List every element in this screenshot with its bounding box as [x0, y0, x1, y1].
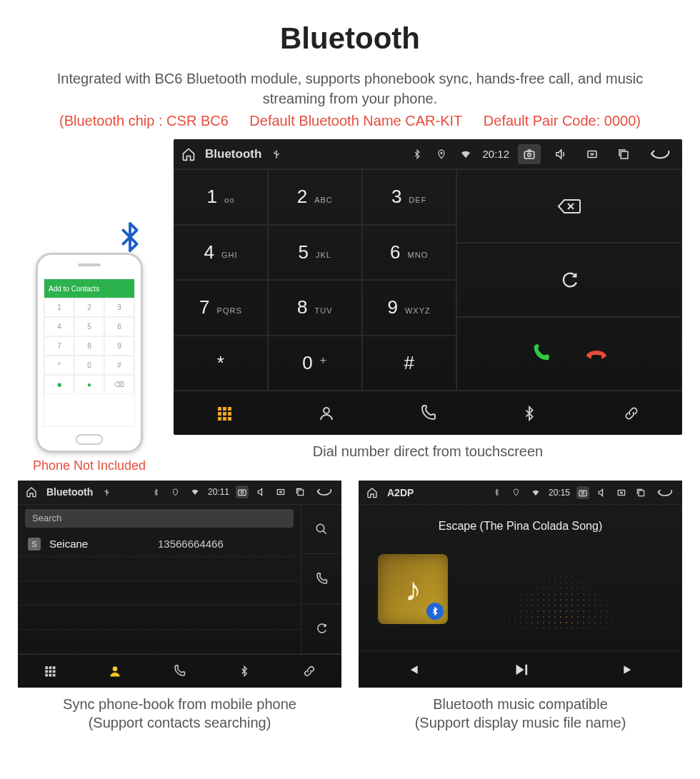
side-sync-icon[interactable] [301, 604, 341, 654]
svg-rect-4 [621, 151, 628, 159]
tab-bluetooth-icon[interactable] [479, 391, 580, 435]
home-icon[interactable] [366, 486, 379, 499]
hangup-button[interactable] [585, 343, 608, 363]
tab-contacts[interactable] [83, 655, 148, 688]
bluetooth-status-icon [491, 486, 504, 499]
bluetooth-icon [114, 221, 146, 253]
close-app-button[interactable] [274, 486, 287, 498]
empty-row [18, 630, 301, 654]
key-4[interactable]: 4GHI [174, 225, 268, 281]
tab-contacts[interactable] [275, 391, 376, 435]
recent-apps-button[interactable] [634, 486, 647, 499]
volume-button[interactable] [549, 144, 572, 164]
svg-rect-9 [223, 412, 226, 416]
next-track-button[interactable] [574, 651, 682, 688]
key-7[interactable]: 7PQRS [174, 280, 268, 336]
contact-name: Seicane [49, 538, 149, 550]
recent-apps-button[interactable] [612, 144, 635, 164]
volume-button[interactable] [255, 486, 268, 498]
usb-icon [100, 486, 113, 498]
dialer-screen: Bluetooth 20:12 [174, 139, 682, 435]
bottom-tabs [174, 391, 682, 435]
key-8[interactable]: 8TUV [268, 280, 362, 336]
backspace-button[interactable] [456, 169, 682, 243]
call-button[interactable] [531, 343, 551, 363]
search-input[interactable]: Search [25, 509, 294, 528]
close-app-button[interactable] [581, 144, 604, 164]
tab-keypad[interactable] [174, 391, 275, 435]
contact-number: 13566664466 [158, 538, 224, 550]
location-icon [169, 486, 182, 498]
screenshot-button[interactable] [236, 486, 249, 498]
side-search-icon[interactable] [301, 505, 341, 555]
phone-mockup: Add to Contacts 1 2 3 4 5 6 7 8 9 * 0 # [36, 253, 143, 453]
key-star[interactable]: * [174, 336, 268, 391]
bluetooth-status-icon [150, 486, 163, 498]
screenshot-button[interactable] [576, 486, 589, 499]
mini-key: 8 [74, 336, 104, 356]
key-9[interactable]: 9WXYZ [362, 280, 456, 336]
svg-rect-28 [53, 674, 56, 677]
svg-rect-22 [53, 666, 56, 669]
contact-row[interactable]: S Seicane 13566664466 [18, 532, 301, 557]
mini-key: 6 [104, 317, 134, 336]
back-button[interactable] [313, 486, 334, 498]
screenshot-button[interactable] [518, 144, 541, 164]
location-icon [510, 486, 523, 499]
key-6[interactable]: 6MNO [362, 225, 456, 281]
svg-rect-12 [223, 417, 226, 421]
svg-rect-8 [218, 412, 221, 416]
recent-apps-button[interactable] [294, 486, 306, 498]
statusbar: Bluetooth 20:11 [18, 481, 341, 505]
play-pause-button[interactable] [466, 651, 574, 688]
usb-icon [269, 146, 284, 162]
dialer-caption: Dial number direct from touchscreen [174, 442, 682, 461]
clock: 20:11 [208, 487, 229, 497]
key-2[interactable]: 2ABC [268, 169, 362, 225]
tab-bluetooth-icon[interactable] [212, 655, 277, 688]
home-icon[interactable] [181, 146, 196, 162]
tab-pair-icon[interactable] [276, 655, 341, 688]
key-3[interactable]: 3DEF [362, 169, 456, 225]
empty-row [18, 605, 301, 630]
phone-not-included-label: Phone Not Included [18, 458, 161, 473]
svg-point-0 [441, 152, 442, 154]
svg-rect-15 [239, 490, 246, 496]
key-0[interactable]: 0+ [268, 336, 362, 391]
tab-pair-icon[interactable] [581, 391, 682, 435]
album-art: ♪ [378, 554, 448, 624]
svg-point-16 [241, 491, 244, 494]
spec-default-name: Default Bluetooth Name CAR-KIT [249, 113, 462, 129]
swap-audio-button[interactable] [456, 243, 682, 316]
contacts-screen: Bluetooth 20:11 [18, 481, 341, 688]
key-5[interactable]: 5JKL [268, 225, 362, 281]
phone-topbar: Add to Contacts [44, 279, 134, 298]
tab-history-icon[interactable] [147, 655, 212, 688]
app-title: A2DP [387, 487, 414, 498]
side-call-icon[interactable] [301, 554, 341, 604]
back-button[interactable] [644, 144, 675, 164]
keypad: 1oo 2ABC 3DEF 4GHI 5JKL 6MNO 7PQRS 8TUV … [174, 169, 456, 391]
app-title: Bluetooth [205, 147, 261, 161]
volume-button[interactable] [596, 486, 609, 499]
bottom-tabs [18, 654, 341, 688]
close-app-button[interactable] [615, 486, 628, 499]
mini-key: 3 [104, 298, 134, 317]
svg-rect-25 [53, 670, 56, 673]
prev-track-button[interactable] [359, 651, 466, 688]
bluetooth-status-icon [409, 146, 425, 162]
svg-rect-23 [46, 670, 49, 673]
mini-key: ■ [44, 375, 74, 394]
home-icon[interactable] [25, 486, 38, 498]
track-title: Escape (The Pina Colada Song) [439, 520, 602, 533]
spec-pair-code: Default Pair Code: 0000) [484, 113, 641, 129]
bluetooth-specs: (Bluetooth chip : CSR BC6 Default Blueto… [18, 113, 682, 129]
mini-key: # [104, 356, 134, 375]
key-1[interactable]: 1oo [174, 169, 268, 225]
svg-rect-10 [228, 412, 231, 416]
tab-keypad[interactable] [18, 655, 83, 688]
key-hash[interactable]: # [362, 336, 456, 391]
svg-rect-30 [579, 491, 587, 496]
tab-history-icon[interactable] [377, 391, 479, 435]
back-button[interactable] [654, 486, 675, 499]
